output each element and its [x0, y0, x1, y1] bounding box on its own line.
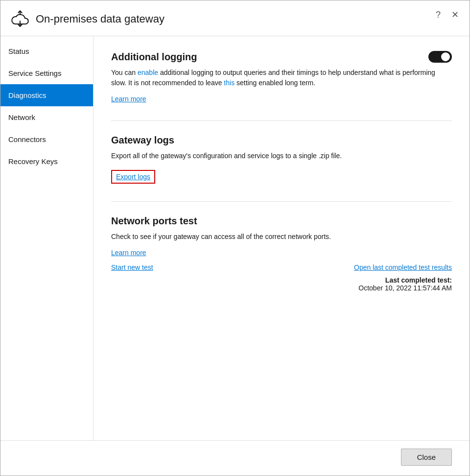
- sidebar-item-diagnostics[interactable]: Diagnostics: [0, 84, 93, 106]
- highlight-enable: enable: [138, 69, 158, 76]
- sidebar: Status Service Settings Diagnostics Netw…: [0, 36, 94, 440]
- toggle-thumb: [441, 52, 450, 61]
- app-title: On-premises data gateway: [36, 13, 164, 25]
- additional-logging-header: Additional logging: [111, 51, 452, 63]
- sidebar-item-service-settings[interactable]: Service Settings: [0, 62, 93, 84]
- additional-logging-section: Additional logging You can enable additi…: [111, 51, 452, 103]
- highlight-this: this: [224, 79, 235, 87]
- divider-2: [111, 201, 452, 202]
- network-test-actions: Start new test Open last completed test …: [111, 262, 452, 271]
- start-new-test-link[interactable]: Start new test: [111, 263, 153, 271]
- network-ports-desc: Check to see if your gateway can access …: [111, 232, 452, 242]
- export-logs-link[interactable]: Export logs: [116, 173, 150, 181]
- network-ports-section: Network ports test Check to see if your …: [111, 215, 452, 292]
- divider-1: [111, 120, 452, 121]
- network-ports-learn-more[interactable]: Learn more: [111, 249, 146, 257]
- additional-logging-learn-more[interactable]: Learn more: [111, 95, 146, 103]
- main-window: On-premises data gateway ? ✕ Status Serv…: [0, 0, 470, 476]
- toggle-track: [428, 51, 452, 63]
- last-completed-label: Last completed test:: [385, 276, 452, 284]
- content-area: Additional logging You can enable additi…: [94, 36, 470, 440]
- close-window-button[interactable]: ✕: [448, 8, 462, 21]
- additional-logging-toggle[interactable]: [428, 51, 452, 63]
- gateway-logs-header: Gateway logs: [111, 135, 452, 146]
- network-ports-title: Network ports test: [111, 215, 197, 227]
- open-last-results-link[interactable]: Open last completed test results: [354, 263, 452, 271]
- gateway-logs-section: Gateway logs Export all of the gateway's…: [111, 135, 452, 184]
- network-ports-header: Network ports test: [111, 215, 452, 227]
- footer: Close: [0, 440, 470, 476]
- additional-logging-title: Additional logging: [111, 51, 197, 63]
- help-button[interactable]: ?: [433, 9, 444, 21]
- window-controls: ? ✕: [433, 8, 462, 21]
- export-logs-highlight-box: Export logs: [111, 170, 155, 184]
- last-completed-info: Last completed test: October 10, 2022 11…: [111, 276, 452, 292]
- gateway-logs-desc: Export all of the gateway's configuratio…: [111, 151, 452, 161]
- close-button[interactable]: Close: [401, 449, 452, 466]
- last-completed-date: October 10, 2022 11:57:44 AM: [358, 284, 452, 292]
- sidebar-item-connectors[interactable]: Connectors: [0, 128, 93, 150]
- additional-logging-desc: You can enable additional logging to out…: [111, 68, 452, 88]
- main-layout: Status Service Settings Diagnostics Netw…: [0, 36, 470, 440]
- sidebar-item-status[interactable]: Status: [0, 40, 93, 62]
- gateway-logs-title: Gateway logs: [111, 135, 174, 146]
- title-bar: On-premises data gateway ? ✕: [0, 0, 470, 36]
- gateway-icon: [10, 9, 30, 29]
- sidebar-item-recovery-keys[interactable]: Recovery Keys: [0, 150, 93, 172]
- sidebar-item-network[interactable]: Network: [0, 106, 93, 128]
